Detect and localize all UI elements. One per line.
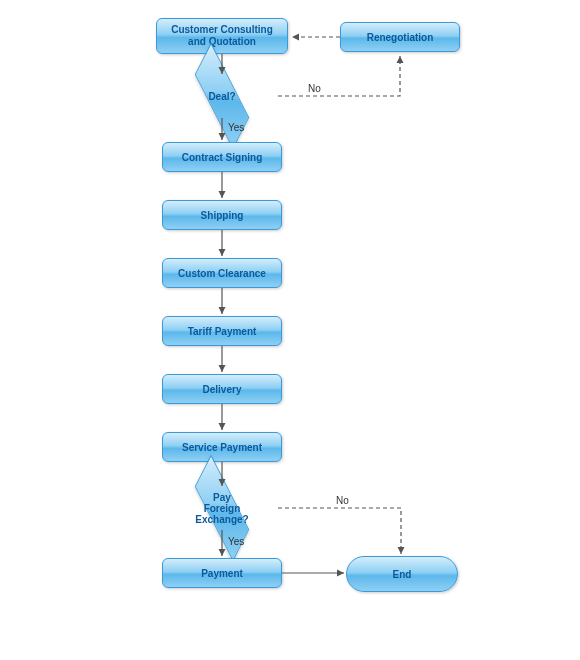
node-renegotiation: Renegotiation xyxy=(340,22,460,52)
label-deal-no: No xyxy=(308,83,321,94)
node-deal-decision: Deal? xyxy=(167,73,277,119)
connectors xyxy=(0,0,580,660)
label-deal-yes: Yes xyxy=(228,122,244,133)
label-foreign-no: No xyxy=(336,495,349,506)
label-foreign-yes: Yes xyxy=(228,536,244,547)
node-custom-clearance: Custom Clearance xyxy=(162,258,282,288)
node-delivery: Delivery xyxy=(162,374,282,404)
node-tariff-payment: Tariff Payment xyxy=(162,316,282,346)
node-contract-signing: Contract Signing xyxy=(162,142,282,172)
node-foreign-label: Pay Foreign Exchange? xyxy=(195,492,250,525)
node-payment: Payment xyxy=(162,558,282,588)
node-foreign-decision: Pay Foreign Exchange? xyxy=(167,485,277,531)
node-service-payment: Service Payment xyxy=(162,432,282,462)
node-customer-consulting: Customer Consulting and Quotation xyxy=(156,18,288,54)
node-deal-label: Deal? xyxy=(208,91,235,102)
node-end: End xyxy=(346,556,458,592)
node-shipping: Shipping xyxy=(162,200,282,230)
